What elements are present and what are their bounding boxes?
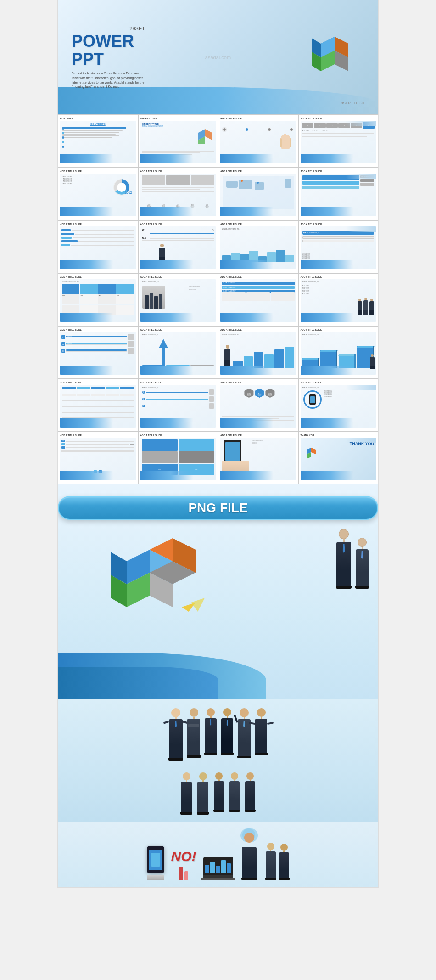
png-badge-container: PNG FILE (58, 484, 378, 524)
avatar-person-icon (240, 828, 258, 880)
slide-22-content: ASADAL INTERNET'S, INC. 1 2 3 (140, 385, 216, 428)
slide-28-content: THANK YOU (301, 438, 376, 480)
slide-9-content (60, 226, 136, 269)
slide-10[interactable]: ADD A TITLE SLIDE 01 0 03 (138, 220, 218, 273)
slide-2-insert[interactable]: I.INSERT TITLE I.INSERT TITLE ASADAL BUS… (138, 115, 218, 168)
slide-3-content: TEXT TEXT TEXT TEXT TEXT TEXT (220, 121, 296, 163)
slide-4-title: ADD A TITLE SLIDE (301, 117, 376, 120)
slide-19-content: ASADAL INTERNET'S, INC. (220, 332, 296, 375)
slide-18[interactable]: ADD A TITLE SLIDE ASADAL INTERNET'S, INC… (138, 326, 218, 379)
png-people-row-1 (58, 699, 378, 768)
slide-13[interactable]: ADD A TITLE SLIDE ASADAL INTERNET'S, INC… (58, 273, 138, 326)
no-text-icon: NO! (171, 849, 196, 880)
slide-20-content: ASADAL INTERNET'S, INC. (301, 332, 376, 375)
slide-26[interactable]: ADD A TITLE SLIDE TEXT TEXT BB BB TEXT T… (138, 432, 218, 484)
slide-20-title: ADD A TITLE SLIDE (301, 328, 376, 331)
slide-21-content: ADD TEXT ADD TEXT ADD TEXT ADD TEXT ADD … (60, 385, 136, 428)
slide-1-content: CONTENTS (60, 121, 136, 163)
svg-marker-10 (205, 129, 212, 140)
slide-12[interactable]: ADD A TITLE SLIDE ASADAL INTERNET'S, INC… (298, 220, 379, 273)
slide-10-title: ADD A TITLE SLIDE (140, 223, 216, 225)
slide-1-contents[interactable]: CONTENTS CONTENTS (58, 115, 138, 168)
slide-15-content: CLICK TO ADD TEXT CLICK TO ADD TEXT CLIC… (220, 279, 296, 322)
cube-3d-icon (309, 34, 364, 80)
slide-7-content: TEXT TEXT TEXT TEXT TEXT (220, 174, 296, 216)
slide-6-content: ADDTEXT ADDTEXT ADDTEXT ADDTEXT ADDTEXT (140, 174, 216, 216)
slide-25[interactable]: ADD A TITLE SLIDE ADD TEXT ADD (58, 432, 138, 484)
slide-24-content: ASADAL INTERNET'S, INC. TEXT AS #1TEXT A… (301, 385, 376, 428)
slide-16[interactable]: ADD A TITLE SLIDE ASADAL INTERNET'S, INC… (298, 273, 379, 326)
slide-25-content: ADD TEXT ADD (60, 438, 136, 480)
slide-26-title: ADD A TITLE SLIDE (140, 434, 216, 437)
set-label: 29SET (72, 26, 145, 31)
slide-14-content: ASADAL INTERNET'S, INC. ASADAL INTERNET'… (140, 279, 216, 322)
hero-slide: asadal.com 29SET POWER PPT Started its b… (58, 0, 378, 114)
png-people-group-1 (336, 529, 369, 589)
svg-text:TEXT: TEXT (257, 394, 261, 396)
slide-13-title: ADD A TITLE SLIDE (60, 276, 136, 278)
slide-25-title: ADD A TITLE SLIDE (60, 434, 136, 437)
slide-9[interactable]: ADD A TITLE SLIDE (58, 220, 138, 273)
slide-3-title: ADD A TITLE SLIDE (220, 117, 296, 120)
slide-28-title: THANK YOU (301, 434, 376, 437)
slide-11[interactable]: ADD A TITLE SLIDE ASADAL INTERNET'S, INC… (218, 220, 298, 273)
slide-4[interactable]: ADD A TITLE SLIDE 1 2 3 4 5 6 ADD TEXT A… (298, 115, 379, 168)
svg-text:TEXT: TEXT (247, 394, 251, 396)
slide-2-title: I.INSERT TITLE (140, 117, 216, 120)
slide-16-content: ASADAL INTERNET'S, INC. (301, 279, 376, 322)
slide-8[interactable]: ADD A TITLE SLIDE CLICK TO ADD TEXT CLIC… (298, 168, 379, 220)
svg-rect-16 (284, 134, 286, 141)
slide-23-content: ADD TEXT ADD TEXT ADD TEXT (220, 385, 296, 428)
slide-18-content: ASADAL INTERNET'S, INC. (140, 332, 216, 375)
slide-5-title: ADD A TITLE SLIDE (60, 170, 136, 173)
slide-15[interactable]: ADD A TITLE SLIDE CLICK TO ADD TEXT CLIC… (218, 273, 298, 326)
slide-14-title: ADD A TITLE SLIDE (140, 276, 216, 278)
slide-19[interactable]: ADD A TITLE SLIDE ASADAL INTERNET'S, INC… (218, 326, 298, 379)
png-people-row-2 (58, 768, 378, 822)
slide-9-title: ADD A TITLE SLIDE (60, 223, 136, 225)
slide-7[interactable]: ADD A TITLE SLIDE TEXT TEXT TEXT TEXT (218, 168, 298, 220)
slide-18-title: ADD A TITLE SLIDE (140, 328, 216, 331)
slide-27-content: ASADAL INTERNET'S, INC. TEXT TEXTTEXT TE… (220, 438, 296, 480)
slide-27[interactable]: ADD A TITLE SLIDE ASADAL INTERNET'S, INC… (218, 432, 298, 484)
slide-14[interactable]: ADD A TITLE SLIDE ASADAL INTERNET'S, INC… (138, 273, 218, 326)
slide-6[interactable]: ADD A TITLE SLIDE ADDTEXT ADDTEXT ADDTEX… (138, 168, 218, 220)
slide-8-content: CLICK TO ADD TEXT CLICK TO ADD TEXT CLIC… (301, 174, 376, 216)
svg-rect-14 (280, 138, 282, 147)
main-container: asadal.com 29SET POWER PPT Started its b… (57, 0, 379, 888)
laptop-chart-icon (203, 857, 233, 880)
slide-21[interactable]: ADD A TITLE SLIDE ADD TEXT ADD TEXT ADD … (58, 379, 138, 432)
slide-26-content: TEXT TEXT BB BB TEXT TEXT (140, 438, 216, 480)
slide-22[interactable]: ADD A TITLE SLIDE ASADAL INTERNET'S, INC… (138, 379, 218, 432)
slide-5-content: • ADD TEXT• ADD TEXT• ADD TEXT• ADD TEXT… (60, 174, 136, 216)
slide-12-content: ASADAL INTERNET'S, INC. TEXT AS #1TEXT A… (301, 226, 376, 269)
slide-20[interactable]: ADD A TITLE SLIDE ASADAL INTERNET'S, INC… (298, 326, 379, 379)
png-bottom-items: NO! (58, 822, 378, 887)
svg-text:TEXT: TEXT (268, 394, 272, 396)
slide-28-thankyou[interactable]: THANK YOU THANK YOU (298, 432, 379, 484)
png-section: PNG FILE (58, 484, 378, 887)
svg-marker-30 (311, 448, 316, 454)
slide-17-content: 01 ADD TEXT 02 ADD TEXT (60, 332, 136, 375)
hero-subtitle: Started its business in Seoul Korea in F… (72, 71, 145, 89)
slide-22-title: ADD A TITLE SLIDE (140, 381, 216, 384)
svg-point-18 (117, 183, 126, 192)
smartphone-icon (147, 846, 164, 880)
png-file-label: PNG FILE (58, 496, 378, 520)
slide-4-content: 1 2 3 4 5 6 ADD TEXT ADD TEXT ADD TEXT (301, 121, 376, 163)
slide-24[interactable]: ADD A TITLE SLIDE ASADAL INTERNET'S, INC… (298, 379, 379, 432)
hero-logo: INSERT LOGO (340, 101, 364, 105)
slides-grid: CONTENTS CONTENTS (58, 114, 378, 484)
slide-15-title: ADD A TITLE SLIDE (220, 276, 296, 278)
slide-21-title: ADD A TITLE SLIDE (60, 381, 136, 384)
slide-10-content: 01 0 03 (140, 226, 216, 269)
slide-11-content: ASADAL INTERNET'S, INC. (220, 226, 296, 269)
slide-24-title: ADD A TITLE SLIDE (301, 381, 376, 384)
slide-5[interactable]: ADD A TITLE SLIDE • ADD TEXT• ADD TEXT• … (58, 168, 138, 220)
slide-8-title: ADD A TITLE SLIDE (301, 170, 376, 173)
slide-3[interactable]: ADD A TITLE SLIDE (218, 115, 298, 168)
large-cubes-icon (99, 534, 209, 636)
slide-16-title: ADD A TITLE SLIDE (301, 276, 376, 278)
slide-23[interactable]: ADD A TITLE SLIDE ADD TEXT ADD TEXT ADD … (218, 379, 298, 432)
slide-17[interactable]: ADD A TITLE SLIDE 01 ADD TEXT 02 (58, 326, 138, 379)
